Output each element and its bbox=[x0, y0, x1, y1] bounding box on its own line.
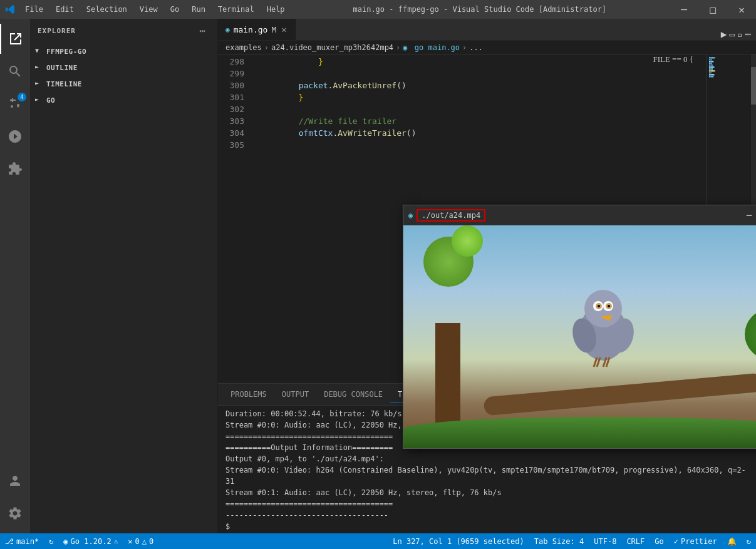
language-text: Go bbox=[655, 537, 663, 546]
right-partial-text: FILE == 0 { bbox=[653, 54, 693, 64]
timeline-section-label: TIMELINE bbox=[46, 80, 82, 88]
status-errors[interactable]: ✕ 0 △ 0 bbox=[123, 533, 158, 549]
breadcrumb-file[interactable]: ◉ go main.go bbox=[403, 43, 460, 52]
main-layout: 4 EXPLORER bbox=[0, 19, 756, 533]
menu-help[interactable]: Help bbox=[262, 4, 290, 15]
svg-point-1 bbox=[584, 290, 622, 327]
status-encoding[interactable]: UTF-8 bbox=[589, 533, 621, 549]
terminal-line-9: ------------------------------------ bbox=[225, 510, 748, 521]
activity-bar: 4 bbox=[0, 19, 30, 533]
more-actions-icon[interactable]: ⋯ bbox=[745, 28, 751, 40]
terminal-tab-debug[interactable]: DEBUG CONSOLE bbox=[316, 386, 390, 403]
terminal-tab-output[interactable]: OUTPUT bbox=[274, 386, 316, 403]
breadcrumb-examples[interactable]: examples bbox=[225, 43, 262, 52]
git-branch-text: main* bbox=[16, 537, 39, 546]
code-line-301: } bbox=[259, 91, 706, 103]
titlebar-left: File Edit Selection View Go Run Terminal… bbox=[5, 4, 290, 15]
video-popup: ◉ ./out/a24.mp4 ─ □ ✕ bbox=[403, 205, 756, 449]
status-prettier[interactable]: ✓ Prettier bbox=[669, 533, 722, 549]
status-sync[interactable]: ↻ bbox=[44, 533, 58, 549]
sidebar: EXPLORER ⋯ ▼ FFMPEG-GO ► OUTLINE ► TIMEL… bbox=[30, 19, 218, 533]
close-button[interactable]: ✕ bbox=[727, 0, 756, 19]
editor-terminal-container: 298 299 300 301 302 303 304 305 } packet… bbox=[218, 54, 756, 533]
menu-run[interactable]: Run bbox=[187, 4, 210, 15]
layout-icon[interactable]: ▫ bbox=[737, 29, 742, 39]
status-notifications[interactable]: 🔔 bbox=[722, 533, 742, 549]
activity-run-debug[interactable] bbox=[0, 121, 30, 151]
minimap-scrollbar-thumb[interactable] bbox=[751, 67, 756, 105]
menu-terminal[interactable]: Terminal bbox=[213, 4, 259, 15]
activity-account[interactable] bbox=[0, 466, 30, 496]
code-line-298: } bbox=[259, 56, 706, 68]
video-title: ◉ ./out/a24.mp4 bbox=[408, 209, 485, 222]
split-editor-icon[interactable]: ▭ bbox=[729, 29, 734, 39]
go-chevron-icon: ► bbox=[35, 96, 44, 105]
chevron-icon: ▼ bbox=[35, 47, 44, 56]
editor-area: ◉ main.go M ✕ ▶ ▭ ▫ ⋯ examples › a24.vid… bbox=[218, 19, 756, 533]
tab-go-icon: ◉ bbox=[225, 26, 230, 34]
sync-right-icon: ↻ bbox=[747, 537, 751, 546]
video-title-text: ./out/a24.mp4 bbox=[417, 209, 485, 222]
maximize-button[interactable]: □ bbox=[698, 0, 727, 19]
vscode-logo bbox=[5, 4, 15, 14]
outline-chevron-icon: ► bbox=[35, 63, 44, 72]
activity-bottom bbox=[0, 466, 30, 533]
sidebar-more-options[interactable]: ⋯ bbox=[195, 24, 210, 38]
minimize-button[interactable]: ─ bbox=[670, 0, 698, 19]
error-count: 0 bbox=[135, 537, 139, 546]
sidebar-title: EXPLORER bbox=[38, 27, 76, 35]
status-go-version[interactable]: ◉ Go 1.20.2 ⚠ bbox=[58, 533, 123, 549]
video-popup-titlebar: ◉ ./out/a24.mp4 ─ □ ✕ bbox=[403, 205, 756, 225]
status-line-endings[interactable]: CRLF bbox=[621, 533, 650, 549]
outline-section-header[interactable]: ► OUTLINE bbox=[30, 61, 217, 74]
activity-search[interactable] bbox=[0, 56, 30, 86]
terminal-line-7: Stream #0:1: Audio: aac (LC), 22050 Hz, … bbox=[225, 487, 748, 498]
titlebar-menu: File Edit Selection View Go Run Terminal… bbox=[20, 4, 290, 15]
bell-icon: 🔔 bbox=[727, 537, 737, 546]
activity-source-control[interactable]: 4 bbox=[0, 89, 30, 119]
video-window-controls: ─ □ ✕ bbox=[740, 208, 756, 223]
status-git-branch[interactable]: ⎇ main* bbox=[0, 533, 44, 549]
code-line-305 bbox=[259, 139, 706, 151]
ffmpeg-section-header[interactable]: ▼ FFMPEG-GO bbox=[30, 44, 217, 58]
run-icon[interactable]: ▶ bbox=[721, 28, 727, 40]
activity-settings[interactable] bbox=[0, 498, 30, 528]
status-language[interactable]: Go bbox=[650, 533, 668, 549]
status-sync-right[interactable]: ↻ bbox=[742, 533, 756, 549]
sync-icon: ↻ bbox=[49, 537, 53, 546]
video-file-icon: ◉ bbox=[408, 211, 413, 220]
tab-main-go[interactable]: ◉ main.go M ✕ bbox=[218, 19, 296, 40]
code-line-302 bbox=[259, 103, 706, 115]
branch bbox=[483, 372, 756, 416]
menu-edit[interactable]: Edit bbox=[51, 4, 79, 15]
menu-file[interactable]: File bbox=[20, 4, 48, 15]
ffmpeg-section-label: FFMPEG-GO bbox=[46, 48, 86, 56]
tab-close-button[interactable]: ✕ bbox=[280, 24, 287, 35]
sidebar-section-ffmpeg: ▼ FFMPEG-GO bbox=[30, 43, 217, 59]
terminal-tab-problems[interactable]: PROBLEMS bbox=[223, 386, 274, 403]
go-icon: ◉ bbox=[63, 537, 68, 546]
source-control-badge: 4 bbox=[18, 93, 26, 101]
status-bar: ⎇ main* ↻ ◉ Go 1.20.2 ⚠ ✕ 0 △ 0 Ln 327, … bbox=[0, 533, 756, 549]
titlebar-title: main.go - ffmpeg-go - Visual Studio Code… bbox=[290, 5, 670, 14]
status-cursor-position[interactable]: Ln 327, Col 1 (9659 selected) bbox=[388, 533, 529, 549]
video-minimize-button[interactable]: ─ bbox=[740, 208, 756, 223]
line-numbers: 298 299 300 301 302 303 304 305 bbox=[218, 54, 249, 383]
activity-extensions[interactable] bbox=[0, 154, 30, 184]
line-endings-text: CRLF bbox=[626, 537, 645, 546]
breadcrumb-package[interactable]: a24.video_muxer_mp3h2642mp4 bbox=[271, 43, 393, 52]
terminal-line-5: Output #0, mp4, to './out/a24.mp4': bbox=[225, 453, 748, 464]
titlebar: File Edit Selection View Go Run Terminal… bbox=[0, 0, 756, 19]
breadcrumb: examples › a24.video_muxer_mp3h2642mp4 ›… bbox=[218, 41, 756, 54]
minimap-content: ████████ ████ ██████ ████ █████ ███████ … bbox=[707, 54, 756, 80]
menu-view[interactable]: View bbox=[135, 4, 163, 15]
status-tab-size[interactable]: Tab Size: 4 bbox=[529, 533, 589, 549]
outline-section-label: OUTLINE bbox=[46, 64, 78, 72]
activity-explorer[interactable] bbox=[0, 24, 30, 54]
timeline-section-header[interactable]: ► TIMELINE bbox=[30, 77, 217, 91]
breadcrumb-more[interactable]: ... bbox=[469, 43, 483, 52]
menu-go[interactable]: Go bbox=[165, 4, 184, 15]
menu-selection[interactable]: Selection bbox=[81, 4, 132, 15]
go-section-header[interactable]: ► GO bbox=[30, 93, 217, 107]
ground-cover bbox=[403, 417, 756, 448]
